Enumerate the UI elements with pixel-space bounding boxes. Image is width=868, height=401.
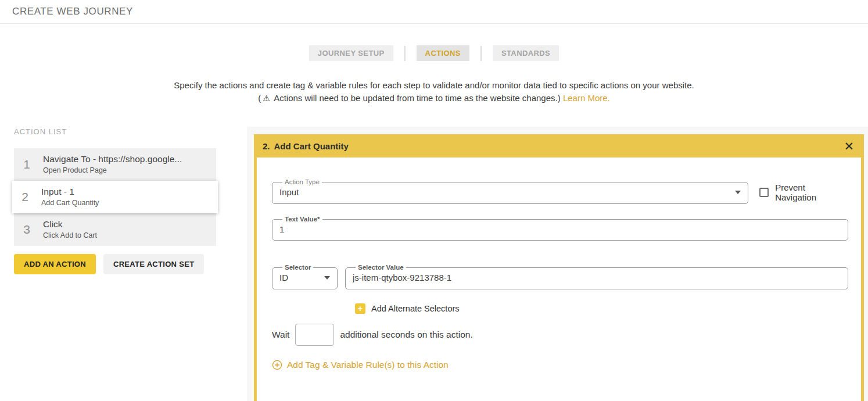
wait-prefix-label: Wait [272,330,289,340]
action-subtitle: Open Product Page [43,166,182,174]
intro-line2: (⚠ Actions will need to be updated from … [0,92,868,105]
action-title: Navigate To - https://shop.google... [43,154,182,164]
tab-separator [480,46,482,61]
add-alternate-selectors-button[interactable]: + Add Alternate Selectors [355,303,848,314]
circle-plus-icon [272,360,282,370]
warning-icon: ⚠ [263,94,270,103]
create-action-set-button[interactable]: CREATE ACTION SET [103,254,204,274]
tab-standards[interactable]: STANDARDS [493,45,559,61]
action-type-label: Action Type [282,179,322,186]
tab-separator [404,46,406,61]
action-item-2-selected[interactable]: 2 Input - 1 Add Cart Quantity [12,181,218,213]
add-tag-variable-rule-link[interactable]: Add Tag & Variable Rule(s) to this Actio… [272,360,848,370]
wait-suffix-label: additional seconds on this action. [340,330,472,340]
add-an-action-button[interactable]: ADD AN ACTION [14,254,96,274]
intro-line2-text: Actions will need to be updated from tim… [274,93,561,103]
plus-icon: + [355,303,365,314]
action-item-1[interactable]: 1 Navigate To - https://shop.google... O… [14,148,216,181]
intro-text: Specify the actions and create tag & var… [0,79,868,105]
chevron-down-icon[interactable] [324,276,330,280]
page-title: CREATE WEB JOURNEY [12,6,133,17]
tab-actions[interactable]: ACTIONS [417,45,469,61]
add-alternate-selectors-label: Add Alternate Selectors [371,304,460,313]
top-bar: CREATE WEB JOURNEY [0,0,868,24]
wait-row: Wait additional seconds on this action. [272,324,848,346]
prevent-navigation-option: Prevent Navigation [759,182,848,202]
action-title: Click [43,219,97,230]
text-value-input[interactable] [279,224,841,234]
action-subtitle: Add Cart Quantity [41,199,99,207]
tab-journey-setup[interactable]: JOURNEY SETUP [309,45,393,61]
learn-more-link[interactable]: Learn More. [563,93,610,103]
action-subtitle: Click Add to Cart [43,231,97,239]
intro-line2-open: ( [258,93,261,103]
editor-step-number: 2. [263,141,270,151]
text-value-label: Text Value* [282,216,322,223]
selector-label: Selector [282,264,313,271]
text-value-field: Text Value* [272,216,848,241]
selector-value-field: Selector Value [345,264,848,289]
action-number: 1 [21,157,32,171]
prevent-navigation-label: Prevent Navigation [775,182,848,202]
chevron-down-icon[interactable] [735,191,741,194]
action-buttons: ADD AN ACTION CREATE ACTION SET [14,254,204,274]
editor-title: Add Cart Quantity [274,141,349,151]
action-list: 1 Navigate To - https://shop.google... O… [14,148,216,246]
action-number: 3 [21,223,32,237]
editor-body: Action Type Input Prevent Navigation Tex… [257,157,861,401]
add-tag-variable-rule-label: Add Tag & Variable Rule(s) to this Actio… [287,360,449,370]
action-editor-card: 2. Add Cart Quantity ✕ Action Type Input [254,134,864,401]
intro-line1: Specify the actions and create tag & var… [0,79,868,92]
prevent-navigation-checkbox[interactable] [759,188,769,197]
editor-header: 2. Add Cart Quantity ✕ [257,134,861,157]
create-web-journey-page: CREATE WEB JOURNEY JOURNEY SETUP ACTIONS… [0,0,868,401]
action-list-title: ACTION LIST [14,127,67,136]
action-type-value: Input [279,187,299,197]
selector-type-select[interactable]: Selector ID [272,264,338,289]
action-title: Input - 1 [41,187,99,197]
action-number: 2 [20,190,30,204]
close-icon[interactable]: ✕ [844,140,854,152]
action-item-3[interactable]: 3 Click Click Add to Cart [14,213,216,246]
wizard-tabs: JOURNEY SETUP ACTIONS STANDARDS [0,45,868,61]
editor-region: 2. Add Cart Quantity ✕ Action Type Input [247,127,868,401]
selector-value-label: Selector Value [356,264,406,271]
action-type-select[interactable]: Action Type Input [272,179,748,204]
selector-value-text: ID [279,273,288,282]
wait-seconds-input[interactable] [295,324,334,346]
selector-value-input[interactable] [353,273,841,282]
